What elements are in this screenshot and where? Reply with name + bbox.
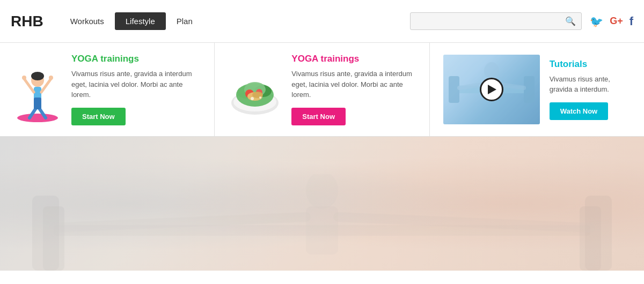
card-tutorials: Tutorials Vivamus risus ante, gravida a … (430, 43, 644, 136)
card-3-title: Tutorials (550, 59, 631, 70)
svg-rect-34 (585, 196, 612, 271)
card-1-title: YOGA trainings (71, 54, 201, 64)
svg-rect-36 (306, 206, 338, 255)
facebook-icon[interactable]: f (630, 14, 633, 28)
svg-point-22 (259, 96, 261, 99)
hero-section (0, 137, 644, 271)
card-1-content: YOGA trainings Vivamus risus ante, gravi… (71, 54, 201, 125)
nav-plan[interactable]: Plan (166, 12, 203, 30)
search-icon[interactable]: 🔍 (565, 16, 576, 26)
yoga-image (13, 55, 62, 124)
svg-rect-24 (449, 76, 459, 103)
svg-point-21 (251, 97, 254, 100)
svg-point-35 (306, 174, 338, 209)
gplus-icon[interactable]: G+ (610, 16, 623, 27)
search-area: 🔍 🐦 G+ f (410, 12, 633, 30)
salad-image (228, 60, 282, 119)
svg-rect-10 (34, 98, 41, 109)
svg-rect-25 (524, 76, 535, 103)
video-thumbnail[interactable] (443, 55, 540, 124)
card-3-watch-button[interactable]: Watch Now (550, 102, 609, 120)
search-box[interactable]: 🔍 (410, 12, 582, 30)
play-button[interactable] (480, 78, 503, 101)
header: RHB Workouts Lifestyle Plan 🔍 🐦 G+ f (0, 0, 644, 43)
svg-point-7 (49, 76, 53, 80)
card-yoga-1: YOGA trainings Vivamus risus ante, gravi… (0, 43, 215, 136)
svg-point-0 (17, 114, 58, 122)
nav-workouts[interactable]: Workouts (60, 12, 115, 30)
cards-section: YOGA trainings Vivamus risus ante, gravi… (0, 43, 644, 137)
card-3-content: Tutorials Vivamus risus ante, gravida a … (550, 59, 631, 120)
card-3-description: Vivamus risus ante, gravida a interdum. (550, 74, 631, 95)
svg-point-20 (252, 92, 263, 98)
play-triangle-icon (488, 85, 496, 94)
gym-silhouette (0, 174, 644, 271)
logo: RHB (11, 13, 43, 30)
main-nav: Workouts Lifestyle Plan (60, 12, 203, 30)
svg-point-26 (484, 62, 499, 79)
social-icons: 🐦 G+ f (590, 14, 633, 28)
search-input[interactable] (416, 17, 565, 26)
nav-lifestyle[interactable]: Lifestyle (115, 12, 166, 30)
card-2-title: YOGA trainings (291, 54, 415, 64)
card-2-content: YOGA trainings Vivamus risus ante, gravi… (291, 54, 415, 125)
card-2-start-button[interactable]: Start Now (291, 108, 346, 125)
twitter-icon[interactable]: 🐦 (590, 15, 603, 28)
card-1-start-button[interactable]: Start Now (71, 108, 126, 125)
svg-point-6 (22, 76, 26, 80)
card-yoga-2: YOGA trainings Vivamus risus ante, gravi… (215, 43, 429, 136)
svg-point-3 (31, 72, 44, 80)
card-1-description: Vivamus risus ante, gravida a interdum e… (71, 69, 201, 100)
card-2-description: Vivamus risus ante, gravida a interdum e… (291, 69, 415, 100)
